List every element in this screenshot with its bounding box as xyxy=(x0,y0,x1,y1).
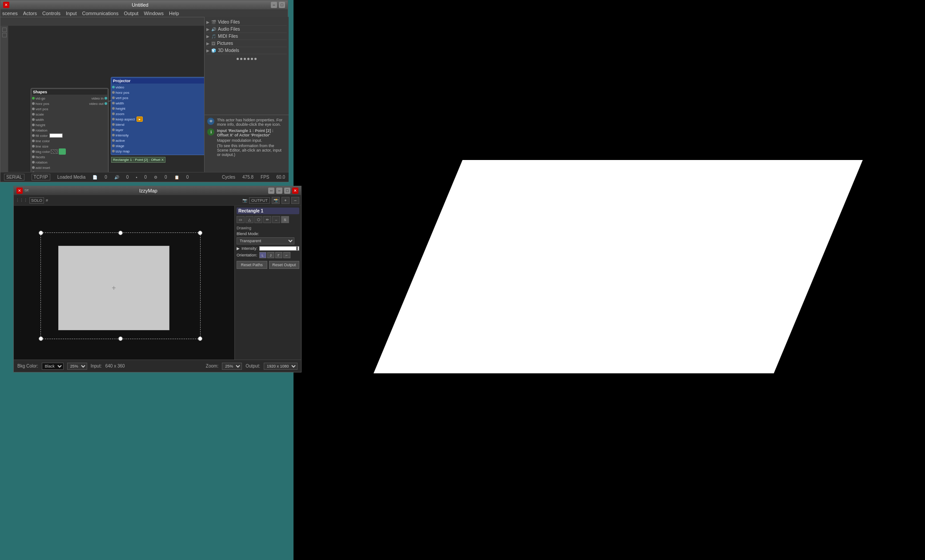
port-vert-pos xyxy=(32,108,35,110)
loaded-media-label: Loaded Media xyxy=(57,175,85,180)
media-count4: 0 xyxy=(165,175,167,180)
intensity-bar[interactable] xyxy=(259,246,299,251)
file-item-3d[interactable]: ▶ 🧊 3D Models xyxy=(206,47,287,54)
orientation-buttons: L J Γ ⌐ xyxy=(259,252,290,258)
izzy-snap-btn[interactable]: 📸 xyxy=(272,197,280,204)
circle-icon: ⚙ xyxy=(154,175,157,180)
draw-pen-btn[interactable]: ✏ xyxy=(263,216,271,223)
dot-1 xyxy=(237,58,239,60)
izzy-minus-btn[interactable]: – xyxy=(291,197,299,204)
menu-output[interactable]: Output xyxy=(124,11,138,16)
tcp-label[interactable]: TCP/IP xyxy=(32,174,50,180)
zoom-percent1-select[interactable]: 25% xyxy=(67,363,87,370)
izzymap-minimize-btn[interactable]: – xyxy=(276,188,282,194)
maximize-button[interactable]: □ xyxy=(279,2,285,8)
menu-scenes[interactable]: scenes xyxy=(2,11,18,16)
menu-windows[interactable]: Windows xyxy=(144,11,164,16)
left-panel-btn-1[interactable] xyxy=(2,28,7,32)
tooltip-highlight-icon: ▸ xyxy=(137,116,143,122)
file-item-audio[interactable]: ▶ 🔊 Audio Files xyxy=(206,26,287,33)
draw-s-btn[interactable]: S xyxy=(281,216,289,223)
port-line-color xyxy=(32,140,35,142)
izzymap-close-button[interactable]: ✕ xyxy=(16,188,23,194)
draw-minus-btn[interactable]: – xyxy=(272,216,280,223)
shapes-node[interactable]: Shapes vid-go video in horz pos video ou… xyxy=(31,88,109,172)
blend-mode-label: Blend Mode: xyxy=(237,232,259,236)
izzymap-content: + Rectangle 1 ▭ △ ⬡ ✏ – S Drawing Blend … xyxy=(14,206,301,360)
izzymap-canvas[interactable]: + xyxy=(14,206,234,360)
proj-port-izzy-map xyxy=(112,150,115,152)
port-add-inset xyxy=(32,166,35,169)
proj-row-izzy-map: izzy map xyxy=(112,148,207,154)
map-rect-container: + xyxy=(40,232,201,339)
drawing-label: Drawing xyxy=(237,226,299,230)
bkg-color-select[interactable]: Black xyxy=(42,363,64,370)
close-button[interactable]: ✕ xyxy=(3,2,9,8)
file-item-midi[interactable]: ▶ 🎵 MIDI Files xyxy=(206,33,287,40)
reset-output-btn[interactable]: Reset Output xyxy=(269,261,300,269)
handle-bottom-left[interactable] xyxy=(39,336,43,341)
izzymap-titlebar: ✕ 🗺 IzzyMap ↔ – □ ✕ xyxy=(14,186,301,195)
orientation-row: Orientation: L J Γ ⌐ xyxy=(237,252,299,258)
draw-triangle-btn[interactable]: △ xyxy=(245,216,253,223)
shapes-row-height: height xyxy=(32,122,107,128)
file-item-pictures[interactable]: ▶ 🖼 Pictures xyxy=(206,40,287,47)
orient-l-btn[interactable]: L xyxy=(259,252,266,258)
menu-help[interactable]: Help xyxy=(169,11,179,16)
shapes-row-scale: scale xyxy=(32,112,107,117)
port-video-in xyxy=(105,97,107,100)
menu-actors[interactable]: Actors xyxy=(23,11,37,16)
menu-input[interactable]: Input xyxy=(66,11,76,16)
handle-bottom-mid[interactable] xyxy=(118,336,123,341)
intensity-handle[interactable] xyxy=(296,247,298,250)
orient-r-btn[interactable]: Γ xyxy=(275,252,282,258)
izzymap-title: IzzyMap xyxy=(139,188,157,193)
output-select[interactable]: 1920 x 1080 xyxy=(264,363,298,370)
port-rotation2 xyxy=(32,161,35,164)
izzy-add-btn[interactable]: + xyxy=(282,197,290,204)
proj-port-blend xyxy=(112,123,115,126)
orient-j-btn[interactable]: J xyxy=(267,252,274,258)
menu-controls[interactable]: Controls xyxy=(42,11,60,16)
fill-color-swatch xyxy=(49,133,63,138)
left-panel-btn-2[interactable] xyxy=(2,33,7,37)
menu-communications[interactable]: Communications xyxy=(82,11,118,16)
blend-mode-select[interactable]: Transparent xyxy=(237,237,294,244)
orient-last-btn[interactable]: ⌐ xyxy=(283,252,290,258)
izzymap-close2-btn[interactable]: ✕ xyxy=(292,188,298,194)
minimize-button[interactable]: – xyxy=(271,2,277,8)
proj-port-width xyxy=(112,102,115,104)
doc-icon: 📋 xyxy=(174,175,179,180)
map-inner-rect[interactable]: + xyxy=(58,246,169,330)
draw-poly-btn[interactable]: ⬡ xyxy=(254,216,262,223)
solo-btn[interactable]: SOLO xyxy=(29,197,44,204)
serial-label[interactable]: SERIAL xyxy=(4,174,24,180)
fps-value: 60.0 xyxy=(277,175,285,180)
izzymap-toolbar: ⋮⋮⋮ SOLO # 📷 OUTPUT 📸 + – xyxy=(14,195,301,206)
info-icon: ℹ xyxy=(207,128,214,136)
file-item-video[interactable]: ▶ 🎬 Video Files xyxy=(206,19,287,26)
draw-rect-btn[interactable]: ▭ xyxy=(237,216,245,223)
zoom-select[interactable]: 25% xyxy=(222,363,242,370)
port-video-out xyxy=(105,102,107,105)
proj-row-stage: stage xyxy=(112,143,207,148)
dot-row xyxy=(205,58,289,60)
handle-top-mid[interactable] xyxy=(118,231,123,235)
reset-paths-btn[interactable]: Reset Paths xyxy=(237,261,267,269)
handle-top-right[interactable] xyxy=(198,231,202,235)
port-scale xyxy=(32,113,35,116)
output-btn[interactable]: OUTPUT xyxy=(249,197,270,204)
projector-node[interactable]: Projector video horz pos vert pos width … xyxy=(111,77,208,155)
handle-bottom-right[interactable] xyxy=(198,336,202,341)
cycles-label: Cycles xyxy=(222,175,235,180)
bkg-color-swatch xyxy=(51,149,58,154)
izzymap-expand-btn[interactable]: ↔ xyxy=(268,188,274,194)
handle-top-left[interactable] xyxy=(39,231,43,235)
parallelogram-preview xyxy=(374,160,863,373)
port-fill-color xyxy=(32,134,35,137)
proj-port-keep-aspect xyxy=(112,118,115,120)
izzymap-maximize-btn[interactable]: □ xyxy=(284,188,290,194)
media-count3: 0 xyxy=(145,175,147,180)
info-panel: 👁 This actor has hidden properties. For … xyxy=(205,115,289,172)
action-buttons: Reset Paths Reset Output xyxy=(237,261,299,269)
